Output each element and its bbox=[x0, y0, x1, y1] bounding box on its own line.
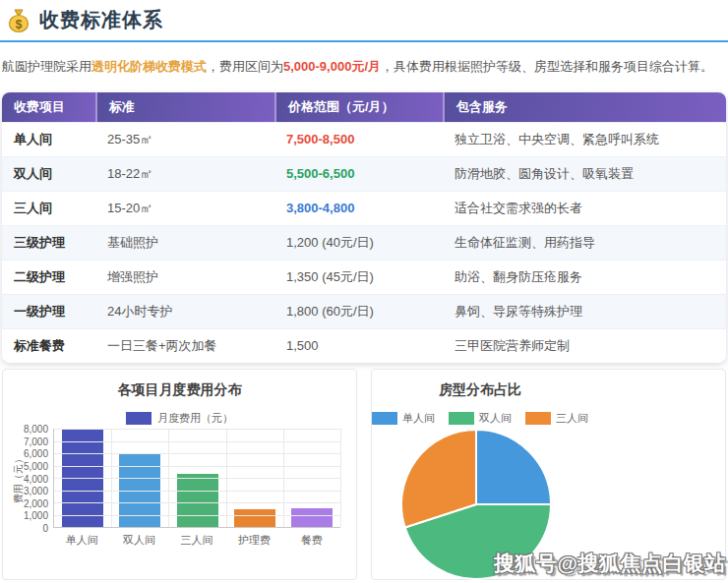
services-cell: 适合社交需求强的长者 bbox=[443, 191, 726, 225]
money-bag-icon: $ bbox=[6, 8, 31, 33]
bar-护理费 bbox=[234, 509, 275, 527]
fee-item-cell: 三人间 bbox=[2, 191, 95, 225]
fee-table: 收费项目 标准 价格范围（元/月） 包含服务 单人间25-35㎡7,500-8,… bbox=[2, 92, 726, 363]
bar-餐费 bbox=[291, 508, 333, 527]
intro-text-3: ，具体费用根据照护等级、房型选择和服务项目综合计算。 bbox=[381, 59, 713, 74]
h-gridline bbox=[54, 453, 340, 454]
y-tick-label: 6,000 bbox=[24, 448, 48, 459]
v-gridline bbox=[168, 429, 169, 527]
page-header: $ 收费标准体系 bbox=[0, 0, 728, 33]
price-cell: 1,800 (60元/日) bbox=[274, 294, 443, 328]
services-cell: 助浴、翻身防压疮服务 bbox=[443, 260, 726, 294]
pie-chart-title: 房型分布占比 bbox=[372, 381, 588, 399]
bar-plot bbox=[53, 429, 340, 528]
h-gridline bbox=[54, 515, 340, 516]
intro-text-2: ，费用区间为 bbox=[207, 59, 283, 74]
h-gridline bbox=[54, 429, 340, 430]
y-tick-label: 3,000 bbox=[24, 486, 48, 496]
fee-item-cell: 一级护理 bbox=[2, 294, 95, 328]
price-cell: 1,200 (40元/日) bbox=[274, 225, 443, 260]
y-tick-label: 1,000 bbox=[24, 510, 48, 521]
header-fee-item: 收费项目 bbox=[2, 92, 95, 122]
h-gridline bbox=[54, 466, 340, 467]
charts-row: 各项目月度费用分布 月度费用（元） 费用（元） 01,0002,0003,000… bbox=[2, 369, 726, 580]
fee-item-cell: 二级护理 bbox=[2, 260, 95, 294]
header-price-range: 价格范围（元/月） bbox=[274, 92, 443, 122]
y-tick-label: 4,000 bbox=[24, 473, 48, 484]
v-gridline bbox=[111, 429, 112, 527]
price-cell: 5,500-6,500 bbox=[274, 156, 443, 191]
table-row: 二级护理增强照护1,350 (45元/日)助浴、翻身防压疮服务 bbox=[2, 260, 726, 294]
category-label: 餐费 bbox=[283, 533, 340, 548]
pie-chart-card: 房型分布占比 单人间双人间三人间 bbox=[371, 369, 726, 580]
legend-swatch bbox=[449, 412, 474, 425]
bar-chart-card: 各项目月度费用分布 月度费用（元） 费用（元） 01,0002,0003,000… bbox=[2, 369, 357, 580]
page-title: 收费标准体系 bbox=[39, 7, 163, 33]
bar-chart-legend: 月度费用（元） bbox=[3, 411, 356, 426]
svg-text:$: $ bbox=[16, 17, 23, 30]
services-cell: 鼻饲、导尿等特殊护理 bbox=[443, 294, 726, 328]
intro-text-1: 航圆护理院采用 bbox=[2, 59, 91, 74]
y-tick-label: 0 bbox=[42, 523, 48, 534]
h-gridline bbox=[54, 441, 340, 442]
v-gridline bbox=[283, 429, 284, 527]
bar-category-labels: 单人间双人间三人间护理费餐费 bbox=[53, 533, 340, 548]
table-row: 双人间18-22㎡5,500-6,500防滑地胶、圆角设计、吸氧装置 bbox=[2, 156, 726, 191]
intro-highlight-price: 5,000-9,000元/月 bbox=[283, 59, 381, 74]
services-cell: 防滑地胶、圆角设计、吸氧装置 bbox=[443, 156, 726, 191]
header-included-services: 包含服务 bbox=[443, 92, 726, 122]
y-tick-label: 8,000 bbox=[24, 424, 48, 435]
pie-legend-item: 三人间 bbox=[525, 411, 588, 426]
pie-legend-item: 单人间 bbox=[372, 411, 435, 426]
pie-chart-legend: 单人间双人间三人间 bbox=[372, 411, 588, 426]
price-cell: 1,500 bbox=[274, 328, 443, 363]
h-gridline bbox=[54, 502, 340, 503]
category-label: 单人间 bbox=[53, 533, 110, 548]
services-cell: 三甲医院营养师定制 bbox=[443, 328, 726, 363]
table-row: 三级护理基础照护1,200 (40元/日)生命体征监测、用药指导 bbox=[2, 225, 726, 260]
fee-item-cell: 单人间 bbox=[2, 122, 95, 156]
fee-item-cell: 标准餐费 bbox=[2, 328, 95, 363]
standard-cell: 24小时专护 bbox=[95, 294, 274, 328]
v-gridline bbox=[226, 429, 227, 527]
table-row: 三人间15-20㎡3,800-4,800适合社交需求强的长者 bbox=[2, 191, 726, 225]
category-label: 双人间 bbox=[110, 533, 167, 548]
category-label: 护理费 bbox=[225, 533, 282, 548]
legend-label: 单人间 bbox=[402, 411, 435, 426]
fee-item-cell: 双人间 bbox=[2, 156, 95, 191]
table-row: 单人间25-35㎡7,500-8,500独立卫浴、中央空调、紧急呼叫系统 bbox=[2, 122, 726, 156]
standard-cell: 18-22㎡ bbox=[95, 156, 274, 191]
standard-cell: 一日三餐+两次加餐 bbox=[95, 328, 274, 363]
bar-legend-swatch bbox=[126, 412, 152, 425]
legend-label: 三人间 bbox=[556, 411, 588, 426]
y-tick-label: 5,000 bbox=[24, 460, 48, 471]
price-cell: 1,350 (45元/日) bbox=[274, 260, 443, 294]
header-standard: 标准 bbox=[95, 92, 274, 122]
standard-cell: 基础照护 bbox=[95, 225, 274, 260]
h-gridline bbox=[54, 491, 340, 492]
standard-cell: 25-35㎡ bbox=[95, 122, 274, 156]
y-tick-label: 2,000 bbox=[24, 497, 48, 508]
price-cell: 7,500-8,500 bbox=[274, 122, 443, 156]
table-row: 一级护理24小时专护1,800 (60元/日)鼻饲、导尿等特殊护理 bbox=[2, 294, 726, 328]
accent-divider bbox=[0, 40, 728, 42]
table-row: 标准餐费一日三餐+两次加餐1,500三甲医院营养师定制 bbox=[2, 328, 726, 363]
y-tick-label: 7,000 bbox=[24, 436, 48, 446]
category-label: 三人间 bbox=[168, 533, 225, 548]
v-gridline bbox=[340, 429, 341, 527]
pie-legend-item: 双人间 bbox=[449, 411, 512, 426]
legend-swatch bbox=[372, 412, 397, 425]
standard-cell: 15-20㎡ bbox=[95, 191, 274, 225]
fee-table-header: 收费项目 标准 价格范围（元/月） 包含服务 bbox=[2, 92, 726, 122]
bar-legend-label: 月度费用（元） bbox=[157, 411, 233, 426]
fee-table-body: 单人间25-35㎡7,500-8,500独立卫浴、中央空调、紧急呼叫系统双人间1… bbox=[2, 122, 726, 363]
bar-chart-title: 各项目月度费用分布 bbox=[3, 381, 356, 399]
price-cell: 3,800-4,800 bbox=[274, 191, 443, 225]
fee-item-cell: 三级护理 bbox=[2, 225, 95, 260]
legend-label: 双人间 bbox=[479, 411, 512, 426]
intro-highlight-mode: 透明化阶梯收费模式 bbox=[91, 59, 207, 74]
services-cell: 独立卫浴、中央空调、紧急呼叫系统 bbox=[443, 122, 726, 156]
intro-paragraph: 航圆护理院采用透明化阶梯收费模式，费用区间为5,000-9,000元/月，具体费… bbox=[2, 57, 726, 77]
pie-slice-单人间 bbox=[476, 430, 551, 504]
legend-swatch bbox=[525, 412, 551, 425]
